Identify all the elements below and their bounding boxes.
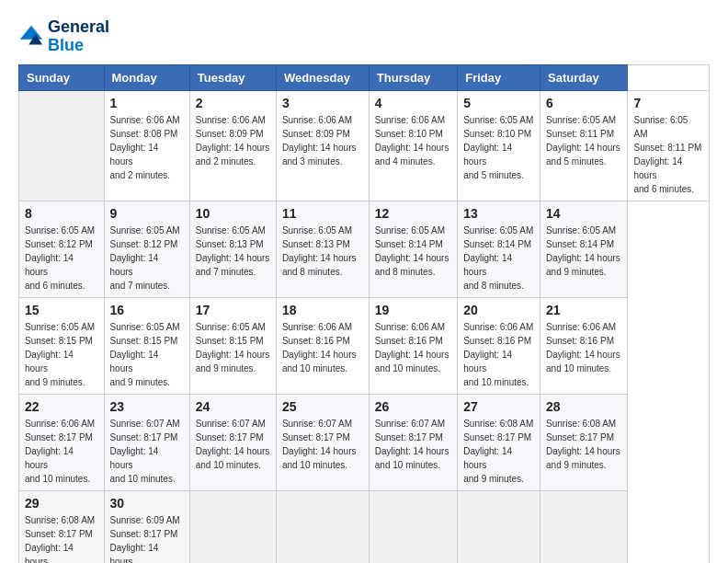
day-info: Sunrise: 6:06 AMSunset: 8:16 PMDaylight:… <box>546 320 621 375</box>
day-info: Sunrise: 6:06 AMSunset: 8:10 PMDaylight:… <box>375 113 451 168</box>
calendar-week-row: 1Sunrise: 6:06 AMSunset: 8:08 PMDaylight… <box>19 90 710 201</box>
calendar-day-cell: 23Sunrise: 6:07 AMSunset: 8:17 PMDayligh… <box>104 394 189 490</box>
day-number: 2 <box>196 96 270 110</box>
calendar-day-cell: 22Sunrise: 6:06 AMSunset: 8:17 PMDayligh… <box>19 394 105 490</box>
calendar-day-cell: 20Sunrise: 6:06 AMSunset: 8:16 PMDayligh… <box>458 297 540 394</box>
day-info: Sunrise: 6:09 AMSunset: 8:17 PMDaylight:… <box>110 513 184 563</box>
calendar-day-cell <box>276 490 369 563</box>
day-number: 28 <box>546 399 621 414</box>
calendar-day-cell: 30Sunrise: 6:09 AMSunset: 8:17 PMDayligh… <box>104 490 189 563</box>
calendar-day-cell: 27Sunrise: 6:08 AMSunset: 8:17 PMDayligh… <box>458 394 540 490</box>
day-info: Sunrise: 6:05 AMSunset: 8:12 PMDaylight:… <box>25 224 98 293</box>
calendar-header-row: SundayMondayTuesdayWednesdayThursdayFrid… <box>19 64 710 90</box>
calendar-day-cell <box>458 490 540 563</box>
calendar-day-cell: 4Sunrise: 6:06 AMSunset: 8:10 PMDaylight… <box>369 90 457 201</box>
day-info: Sunrise: 6:05 AMSunset: 8:15 PMDaylight:… <box>196 320 270 375</box>
calendar-day-cell <box>540 490 628 563</box>
calendar-day-cell: 14Sunrise: 6:05 AMSunset: 8:14 PMDayligh… <box>540 201 628 297</box>
day-number: 14 <box>546 206 621 221</box>
day-number: 9 <box>110 206 184 221</box>
day-number: 12 <box>375 206 451 221</box>
day-number: 8 <box>25 206 98 221</box>
page-header: General Blue <box>18 18 710 55</box>
day-number: 11 <box>282 206 363 221</box>
day-number: 21 <box>546 303 621 317</box>
day-number: 5 <box>463 96 534 110</box>
logo-text-blue: Blue <box>48 37 109 55</box>
day-number: 24 <box>196 399 270 414</box>
calendar-day-cell: 15Sunrise: 6:05 AMSunset: 8:15 PMDayligh… <box>19 297 105 394</box>
calendar-day-cell: 3Sunrise: 6:06 AMSunset: 8:09 PMDaylight… <box>276 90 369 201</box>
calendar-body: 1Sunrise: 6:06 AMSunset: 8:08 PMDaylight… <box>19 90 710 563</box>
day-info: Sunrise: 6:05 AMSunset: 8:15 PMDaylight:… <box>110 320 184 389</box>
calendar-day-cell <box>189 490 276 563</box>
day-info: Sunrise: 6:07 AMSunset: 8:17 PMDaylight:… <box>282 417 363 472</box>
calendar-day-cell: 2Sunrise: 6:06 AMSunset: 8:09 PMDaylight… <box>189 90 276 201</box>
day-number: 1 <box>110 96 184 110</box>
day-number: 26 <box>375 399 451 414</box>
column-header-sunday: Sunday <box>19 64 105 90</box>
day-info: Sunrise: 6:05 AMSunset: 8:10 PMDaylight:… <box>463 113 534 182</box>
day-number: 17 <box>196 303 270 317</box>
day-info: Sunrise: 6:08 AMSunset: 8:17 PMDaylight:… <box>25 513 98 563</box>
day-number: 4 <box>375 96 451 110</box>
logo: General Blue <box>18 18 109 55</box>
day-info: Sunrise: 6:07 AMSunset: 8:17 PMDaylight:… <box>375 417 451 472</box>
calendar-day-cell: 5Sunrise: 6:05 AMSunset: 8:10 PMDaylight… <box>458 90 540 201</box>
calendar-day-cell: 11Sunrise: 6:05 AMSunset: 8:13 PMDayligh… <box>276 201 369 297</box>
day-number: 7 <box>633 96 703 110</box>
day-info: Sunrise: 6:08 AMSunset: 8:17 PMDaylight:… <box>546 417 621 472</box>
calendar-week-row: 8Sunrise: 6:05 AMSunset: 8:12 PMDaylight… <box>19 201 710 297</box>
day-info: Sunrise: 6:06 AMSunset: 8:09 PMDaylight:… <box>282 113 363 168</box>
calendar-day-cell <box>369 490 457 563</box>
day-info: Sunrise: 6:06 AMSunset: 8:09 PMDaylight:… <box>196 113 270 168</box>
calendar-day-cell: 25Sunrise: 6:07 AMSunset: 8:17 PMDayligh… <box>276 394 369 490</box>
day-number: 30 <box>110 496 184 511</box>
calendar-day-cell: 19Sunrise: 6:06 AMSunset: 8:16 PMDayligh… <box>369 297 457 394</box>
day-info: Sunrise: 6:05 AMSunset: 8:13 PMDaylight:… <box>282 224 363 279</box>
day-number: 13 <box>463 206 534 221</box>
day-number: 19 <box>375 303 451 317</box>
day-number: 20 <box>463 303 534 317</box>
day-number: 10 <box>196 206 270 221</box>
column-header-monday: Monday <box>104 64 189 90</box>
day-info: Sunrise: 6:05 AMSunset: 8:11 PMDaylight:… <box>546 113 621 168</box>
logo-icon <box>18 24 44 50</box>
day-info: Sunrise: 6:05 AMSunset: 8:14 PMDaylight:… <box>463 224 534 293</box>
calendar-day-cell: 21Sunrise: 6:06 AMSunset: 8:16 PMDayligh… <box>540 297 628 394</box>
calendar-day-cell: 7Sunrise: 6:05 AMSunset: 8:11 PMDaylight… <box>628 90 710 201</box>
day-number: 3 <box>282 96 363 110</box>
day-number: 6 <box>546 96 621 110</box>
day-number: 15 <box>25 303 98 317</box>
calendar-day-cell: 17Sunrise: 6:05 AMSunset: 8:15 PMDayligh… <box>189 297 276 394</box>
calendar-day-cell: 10Sunrise: 6:05 AMSunset: 8:13 PMDayligh… <box>189 201 276 297</box>
calendar-week-row: 29Sunrise: 6:08 AMSunset: 8:17 PMDayligh… <box>19 490 710 563</box>
day-number: 22 <box>25 399 98 414</box>
column-header-friday: Friday <box>458 64 540 90</box>
day-number: 25 <box>282 399 363 414</box>
day-info: Sunrise: 6:06 AMSunset: 8:16 PMDaylight:… <box>463 320 534 389</box>
day-info: Sunrise: 6:05 AMSunset: 8:14 PMDaylight:… <box>546 224 621 279</box>
calendar-day-cell: 9Sunrise: 6:05 AMSunset: 8:12 PMDaylight… <box>104 201 189 297</box>
calendar-day-cell: 12Sunrise: 6:05 AMSunset: 8:14 PMDayligh… <box>369 201 457 297</box>
day-number: 29 <box>25 496 98 511</box>
day-info: Sunrise: 6:06 AMSunset: 8:17 PMDaylight:… <box>25 417 98 486</box>
column-header-thursday: Thursday <box>369 64 457 90</box>
day-number: 23 <box>110 399 184 414</box>
calendar-day-cell: 18Sunrise: 6:06 AMSunset: 8:16 PMDayligh… <box>276 297 369 394</box>
calendar-week-row: 22Sunrise: 6:06 AMSunset: 8:17 PMDayligh… <box>19 394 710 490</box>
empty-cell <box>19 90 105 201</box>
day-info: Sunrise: 6:06 AMSunset: 8:16 PMDaylight:… <box>282 320 363 375</box>
day-info: Sunrise: 6:07 AMSunset: 8:17 PMDaylight:… <box>110 417 184 486</box>
calendar-table: SundayMondayTuesdayWednesdayThursdayFrid… <box>18 64 710 563</box>
calendar-day-cell: 13Sunrise: 6:05 AMSunset: 8:14 PMDayligh… <box>458 201 540 297</box>
svg-marker-0 <box>20 26 42 40</box>
calendar-day-cell: 26Sunrise: 6:07 AMSunset: 8:17 PMDayligh… <box>369 394 457 490</box>
calendar-day-cell: 29Sunrise: 6:08 AMSunset: 8:17 PMDayligh… <box>19 490 105 563</box>
day-info: Sunrise: 6:05 AMSunset: 8:12 PMDaylight:… <box>110 224 184 293</box>
day-number: 16 <box>110 303 184 317</box>
day-number: 27 <box>463 399 534 414</box>
calendar-day-cell: 1Sunrise: 6:06 AMSunset: 8:08 PMDaylight… <box>104 90 189 201</box>
column-header-saturday: Saturday <box>540 64 628 90</box>
calendar-day-cell: 24Sunrise: 6:07 AMSunset: 8:17 PMDayligh… <box>189 394 276 490</box>
